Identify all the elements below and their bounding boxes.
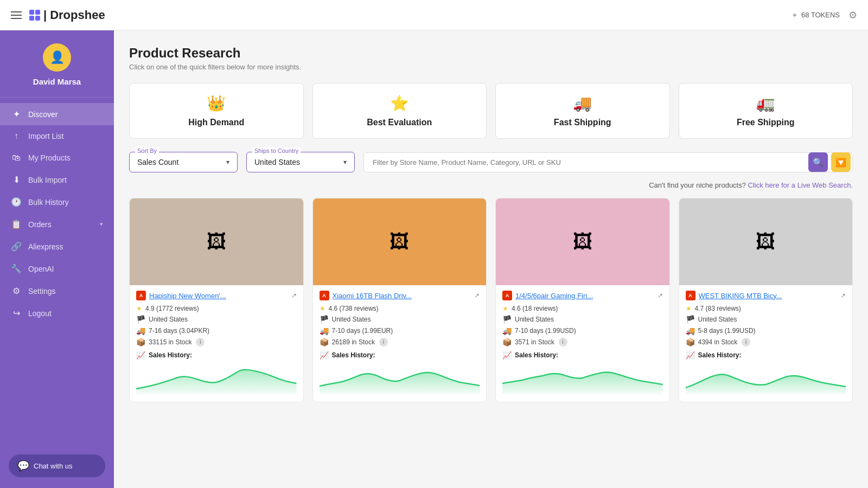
shipping-row-2: 🚚 7-10 days (1.99EUR) <box>320 326 480 335</box>
sidebar-item-bulk-history[interactable]: 🕐 Bulk History <box>0 191 114 213</box>
sales-history-label-2: 📈 Sales History: <box>320 351 480 359</box>
bulk-history-icon: 🕐 <box>11 197 22 207</box>
country-row-3: 🏴 United States <box>502 315 663 324</box>
box-icon-3: 📦 <box>502 338 512 346</box>
sidebar-item-settings[interactable]: ⚙ Settings <box>0 280 114 302</box>
search-button[interactable]: 🔍 <box>808 152 828 172</box>
external-link-icon-2[interactable]: ↗ <box>474 292 480 299</box>
country-arrow-icon: ▾ <box>343 158 347 166</box>
filter-card-high-demand[interactable]: 👑 High Demand <box>129 83 304 139</box>
rating-row-4: ★ 4.7 (83 reviews) <box>686 305 846 312</box>
product-title-4[interactable]: WEST BIKING MTB Bicy... <box>699 292 838 300</box>
sales-history-label-3: 📈 Sales History: <box>502 351 663 359</box>
chat-label: Chat with us <box>34 462 73 470</box>
shipping-row-3: 🚚 7-10 days (1.99USD) <box>502 326 663 335</box>
sidebar-item-my-products[interactable]: 🛍 My Products <box>0 147 114 169</box>
shipping-row-1: 🚚 7-16 days (3.04PKR) <box>136 326 297 335</box>
rating-row-3: ★ 4.6 (18 reviews) <box>502 305 663 312</box>
product-card-2[interactable]: 🖼 A Xiaomi 16TB Flash Driv... ↗ ★ 4.6 (7… <box>312 198 487 402</box>
rating-4: 4.7 (83 reviews) <box>695 305 741 312</box>
filter-button[interactable]: 🔽 <box>831 152 851 172</box>
sidebar-username: David Marsa <box>33 77 81 86</box>
stock-row-4: 📦 4394 in Stock i <box>686 338 846 346</box>
product-title-3[interactable]: 1/4/5/6pair Gaming Fin... <box>515 292 654 300</box>
sidebar-item-label: My Products <box>28 153 71 162</box>
aliexpress-icon: 🔗 <box>11 241 22 252</box>
my-products-icon: 🛍 <box>11 153 22 163</box>
sidebar-item-openai[interactable]: 🔧 OpenAI <box>0 258 114 280</box>
external-link-icon-1[interactable]: ↗ <box>291 292 297 299</box>
sidebar-item-label: Discover <box>28 110 58 119</box>
sidebar-item-label: OpenAI <box>28 265 54 273</box>
product-card-3[interactable]: 🖼 A 1/4/5/6pair Gaming Fin... ↗ ★ 4.6 (1… <box>495 198 670 402</box>
flag-icon-4: 🏴 <box>686 315 695 324</box>
star-icon-1: ★ <box>136 305 142 312</box>
shipping-2: 7-10 days (1.99EUR) <box>332 327 393 335</box>
rating-2: 4.6 (738 reviews) <box>329 305 379 312</box>
tokens-button[interactable]: ✦ 68 TOKENS <box>792 11 840 20</box>
sidebar-item-discover[interactable]: ✦ Discover <box>0 103 114 125</box>
country-2: United States <box>332 316 371 323</box>
sort-by-value: Sales Count <box>137 158 178 166</box>
filter-card-fast-shipping[interactable]: 🚚 Fast Shipping <box>495 83 670 139</box>
shipping-icon-4: 🚚 <box>686 326 695 335</box>
box-icon-4: 📦 <box>686 338 695 346</box>
sort-arrow-icon: ▾ <box>226 158 229 166</box>
sidebar-item-orders[interactable]: 📋 Orders ▾ <box>0 213 114 235</box>
sort-by-select[interactable]: Sort By Sales Count ▾ <box>129 152 238 172</box>
star-icon-2: ★ <box>320 305 326 312</box>
tokens-label: 68 TOKENS <box>801 11 840 19</box>
live-search-link[interactable]: Click here for a Live Web Search. <box>748 181 853 189</box>
stock-1: 33115 in Stock <box>149 338 192 346</box>
product-card-1[interactable]: 🖼 A Hapiship New Women'... ↗ ★ 4.9 (1772… <box>129 198 304 402</box>
shipping-row-4: 🚚 5-8 days (1.99USD) <box>686 326 846 335</box>
settings-icon[interactable]: ⚙ <box>848 9 857 21</box>
filter-card-free-shipping[interactable]: 🚛 Free Shipping <box>679 83 853 139</box>
filter-card-best-evaluation[interactable]: ⭐ Best Evaluation <box>312 83 487 139</box>
main-content: Product Research Click on one of the qui… <box>114 30 868 488</box>
product-card-4[interactable]: 🖼 A WEST BIKING MTB Bicy... ↗ ★ 4.7 (83 … <box>679 198 853 402</box>
sidebar-item-aliexpress[interactable]: 🔗 Aliexpress <box>0 235 114 258</box>
sort-by-label: Sort By <box>135 147 159 154</box>
country-select[interactable]: Ships to Country United States ▾ <box>246 152 355 172</box>
country-1: United States <box>149 316 188 323</box>
filter-label-high-demand: High Demand <box>188 118 244 127</box>
sidebar-user: 👤 David Marsa <box>0 30 114 98</box>
external-link-icon-3[interactable]: ↗ <box>658 292 663 299</box>
navbar-right: ✦ 68 TOKENS ⚙ <box>792 9 857 21</box>
search-input[interactable] <box>363 152 853 172</box>
shipping-icon-1: 🚚 <box>136 326 145 335</box>
product-title-1[interactable]: Hapiship New Women'... <box>149 292 288 300</box>
sidebar-item-logout[interactable]: ↪ Logout <box>0 302 114 324</box>
sidebar-item-label: Import List <box>28 132 63 140</box>
product-grid: 🖼 A Hapiship New Women'... ↗ ★ 4.9 (1772… <box>129 198 853 402</box>
star-icon: ⭐ <box>390 94 409 112</box>
sidebar-item-import-list[interactable]: ↑ Import List <box>0 125 114 147</box>
aliexpress-badge-1: A <box>136 291 146 300</box>
layout: 👤 David Marsa ✦ Discover ↑ Import List 🛍… <box>0 30 868 488</box>
rating-row-1: ★ 4.9 (1772 reviews) <box>136 305 297 312</box>
chat-widget[interactable]: 💬 Chat with us <box>9 454 105 477</box>
controls-row: Sort By Sales Count ▾ Ships to Country U… <box>129 152 853 172</box>
settings-sidebar-icon: ⚙ <box>11 286 22 296</box>
sidebar-item-label: Orders <box>28 220 52 229</box>
rating-row-2: ★ 4.6 (738 reviews) <box>320 305 480 312</box>
aliexpress-badge-2: A <box>320 291 329 300</box>
logo-pipe: | <box>43 8 47 22</box>
country-row-1: 🏴 United States <box>136 315 297 324</box>
logo[interactable]: | Dropshee <box>29 8 105 22</box>
rating-3: 4.6 (18 reviews) <box>512 305 558 312</box>
shipping-icon-3: 🚚 <box>502 326 512 335</box>
sidebar-item-label: Logout <box>28 309 52 318</box>
hamburger-icon[interactable] <box>11 11 22 19</box>
flag-icon-1: 🏴 <box>136 315 145 324</box>
product-title-2[interactable]: Xiaomi 16TB Flash Driv... <box>333 292 471 300</box>
external-link-icon-4[interactable]: ↗ <box>840 292 846 299</box>
country-label: Ships to Country <box>252 147 301 154</box>
truck-icon: 🚚 <box>573 94 592 112</box>
chart-icon-2: 📈 <box>320 351 329 359</box>
sidebar-item-bulk-import[interactable]: ⬇ Bulk Import <box>0 169 114 191</box>
box-icon-2: 📦 <box>320 338 329 346</box>
chart-icon-4: 📈 <box>686 351 695 359</box>
flag-icon-3: 🏴 <box>502 315 512 324</box>
